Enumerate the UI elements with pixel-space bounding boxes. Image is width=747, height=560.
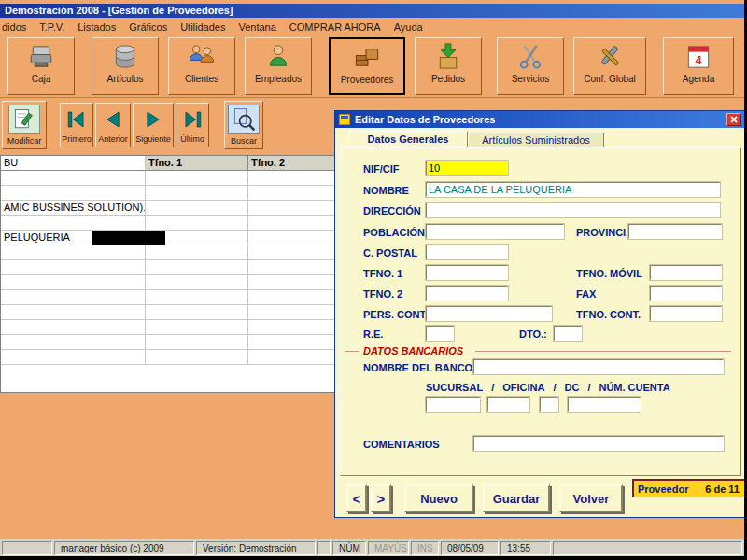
toolbar-button-proveedores[interactable]: Proveedores	[329, 37, 405, 95]
sucursal-input[interactable]	[426, 397, 480, 412]
banco-input[interactable]	[473, 359, 724, 374]
tfno-cont-label: TFNO. CONT.	[576, 309, 641, 320]
nuevo-button[interactable]: Nuevo	[404, 484, 473, 512]
oficina-input[interactable]	[487, 397, 529, 412]
nombre-label: NOMBRE	[363, 185, 409, 196]
sucursal-label: SUCURSAL	[426, 382, 483, 393]
toolbar-label: Pedidos	[431, 74, 465, 84]
previous-record-button[interactable]: Anterior	[95, 103, 131, 147]
menu-item-pedidos[interactable]: didos	[0, 21, 33, 33]
table-row[interactable]	[1, 260, 337, 275]
menu-item-tpv[interactable]: T.P.V.	[33, 21, 71, 33]
title-bar[interactable]: Demostración 2008 - [Gestión de Proveedo…	[0, 4, 744, 18]
direccion-input[interactable]	[426, 203, 720, 217]
table-row[interactable]	[1, 186, 337, 201]
dc-input[interactable]	[540, 397, 558, 412]
table-row-selected[interactable]: PELUQUERIA	[1, 231, 337, 245]
poblacion-input[interactable]	[426, 224, 564, 239]
menu-item-comprar-ahora[interactable]: COMPRAR AHORA	[283, 21, 388, 33]
previous-button[interactable]: <	[346, 484, 367, 512]
cpostal-label: C. POSTAL	[363, 247, 417, 259]
calendar-icon: 4	[683, 41, 714, 72]
table-row[interactable]	[1, 245, 337, 260]
last-record-button[interactable]: Último	[176, 103, 209, 147]
volver-button[interactable]: Volver	[559, 484, 623, 512]
scissors-icon	[514, 41, 546, 72]
toolbar-button-agenda[interactable]: 4 Agenda	[663, 37, 734, 95]
status-app-info: manager básico (c) 2009	[54, 541, 194, 555]
edit-supplier-dialog: Editar Datos de Proveedores Datos Genera…	[334, 110, 744, 518]
menu-bar: didos T.P.V. Listados Gráficos Utilidade…	[0, 20, 744, 35]
buscar-button[interactable]: Buscar	[224, 101, 263, 149]
dialog-title: Editar Datos de Proveedores	[355, 114, 495, 125]
separator: /	[491, 382, 494, 393]
tab-datos-generales[interactable]: Datos Generales	[348, 131, 468, 147]
tfno1-input[interactable]	[426, 265, 508, 280]
first-record-button[interactable]: Primero	[60, 103, 93, 147]
divider	[0, 97, 744, 98]
re-input[interactable]	[426, 326, 454, 341]
search-magnifier-icon	[228, 105, 260, 134]
menu-item-listados[interactable]: Listados	[71, 21, 122, 33]
provincia-input[interactable]	[628, 224, 722, 239]
cash-register-icon	[25, 41, 57, 72]
dto-label: DTO.:	[519, 329, 547, 340]
tfno-movil-input[interactable]	[650, 265, 722, 280]
table-row[interactable]	[1, 335, 337, 350]
grid-header-tfno1: Tfno. 1	[146, 156, 248, 170]
dialog-title-bar[interactable]: Editar Datos de Proveedores	[335, 111, 744, 128]
toolbar-button-pedidos[interactable]: Pedidos	[415, 37, 482, 95]
menu-item-graficos[interactable]: Gráficos	[122, 21, 174, 33]
separator: /	[587, 382, 590, 393]
comentarios-input[interactable]	[473, 436, 724, 451]
status-date: 08/05/09	[441, 541, 499, 555]
toolbar-button-empleados[interactable]: Empleados	[245, 37, 312, 95]
grid-header-row: BU Tfno. 1 Tfno. 2	[1, 156, 337, 171]
toolbar-button-clientes[interactable]: Clientes	[168, 37, 235, 95]
separator: /	[553, 382, 556, 393]
table-row[interactable]	[1, 216, 337, 231]
nombre-input[interactable]	[426, 182, 720, 197]
orders-box-arrow-icon	[432, 41, 464, 72]
tfno2-input[interactable]	[426, 286, 508, 301]
table-row[interactable]	[1, 350, 337, 365]
table-row[interactable]	[1, 290, 337, 305]
pers-cont-label: PERS. CONT.	[363, 309, 428, 320]
tab-articulos-suministrados[interactable]: Artículos Suministrados	[468, 133, 604, 147]
modificar-button[interactable]: Modificar	[2, 101, 47, 149]
status-time: 13:55	[500, 541, 551, 555]
toolbar-label: Artículos	[107, 74, 144, 84]
toolbar-label: Servicios	[512, 74, 550, 84]
edit-notepad-icon	[8, 105, 40, 134]
nif-input[interactable]	[426, 161, 508, 175]
table-row[interactable]: AMIC BUSSINES SOLUTION).	[1, 201, 337, 216]
status-bar: manager básico (c) 2009 Versión: Demostr…	[0, 539, 744, 556]
toolbar-button-articulos[interactable]: Artículos	[92, 37, 159, 95]
table-row[interactable]	[1, 305, 337, 320]
last-record-label: Último	[180, 134, 204, 144]
toolbar-button-conf-global[interactable]: Conf. Global	[573, 37, 646, 95]
menu-item-ventana[interactable]: Ventana	[232, 21, 282, 33]
tfno-cont-input[interactable]	[650, 306, 722, 321]
toolbar-button-servicios[interactable]: Servicios	[497, 37, 564, 95]
next-record-button[interactable]: Siguiente	[133, 103, 174, 147]
fax-input[interactable]	[650, 286, 722, 301]
table-row[interactable]	[1, 171, 337, 186]
toolbar-label: Empleados	[255, 74, 302, 84]
table-row[interactable]	[1, 275, 337, 290]
pers-cont-input[interactable]	[426, 306, 552, 321]
num-cuenta-input[interactable]	[568, 397, 641, 412]
guardar-button[interactable]: Guardar	[483, 484, 550, 512]
table-row[interactable]	[1, 320, 337, 335]
grid-header-tfno2: Tfno. 2	[248, 156, 337, 170]
comentarios-label: COMENTARIOS	[363, 439, 440, 450]
menu-item-ayuda[interactable]: Ayuda	[388, 21, 430, 33]
next-button[interactable]: >	[371, 484, 391, 512]
oficina-label: OFICINA	[502, 382, 544, 393]
dto-input[interactable]	[554, 326, 582, 341]
close-icon[interactable]	[726, 113, 741, 126]
cpostal-input[interactable]	[426, 245, 508, 259]
previous-record-icon	[99, 106, 127, 134]
menu-item-utilidades[interactable]: Utilidades	[174, 21, 232, 33]
toolbar-button-caja[interactable]: Caja	[7, 37, 75, 95]
